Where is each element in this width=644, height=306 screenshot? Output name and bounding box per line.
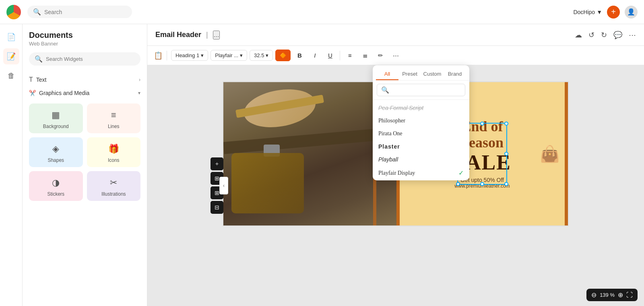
clipboard-icon: 📋 xyxy=(154,51,163,60)
nav-right: DocHipo ▼ + 👤 xyxy=(573,6,638,19)
lines-label: Lines xyxy=(108,124,120,129)
illustrations-icon: ✂ xyxy=(110,178,117,188)
sale-website-text: www.premiumleather.com xyxy=(453,183,511,189)
add-new-button[interactable]: + xyxy=(607,6,620,19)
search-input[interactable] xyxy=(44,9,126,15)
crop-button[interactable]: ⊟ xyxy=(211,201,223,214)
text-section-label: Text xyxy=(36,76,47,83)
font-name-philosopher: Philosopher xyxy=(378,118,405,124)
background-widget[interactable]: ▦ Background xyxy=(29,103,83,133)
text-color-button[interactable]: 🔶 xyxy=(275,50,291,61)
zoom-out-button[interactable]: ⊖ xyxy=(591,291,597,299)
font-search-field[interactable] xyxy=(392,87,461,93)
icon-sidebar: 📄 📝 🗑 xyxy=(0,24,23,306)
toolbar-area: 📋 Heading 1 ▾ Playfair ... ▾ 32.5 ▾ 🔶 B xyxy=(147,46,644,65)
font-tab-preset[interactable]: Preset xyxy=(398,68,421,80)
sidebar-item-documents[interactable]: 📄 xyxy=(3,29,19,45)
lines-icon: ≡ xyxy=(111,110,116,120)
app-logo[interactable] xyxy=(6,5,21,19)
widget-grid: ▦ Background ≡ Lines ◈ Shapes 🎁 Icons ◑ … xyxy=(29,103,140,201)
font-dropdown: All Preset Custom Brand 🔍 Pea Formal xyxy=(373,65,469,180)
brand-name: DocHipo xyxy=(573,9,595,15)
lines-widget[interactable]: ≡ Lines xyxy=(87,103,141,133)
brand-dropdown[interactable]: DocHipo ▼ xyxy=(573,9,602,15)
font-tab-custom[interactable]: Custom xyxy=(421,68,444,80)
illustrations-widget[interactable]: ✂ Illustrations xyxy=(87,171,141,201)
widget-search-bar[interactable]: 🔍 xyxy=(29,52,140,66)
graphics-section-label: Graphics and Media xyxy=(39,90,89,96)
toolbar-divider-2 xyxy=(340,51,340,60)
text-section-header[interactable]: T Text › xyxy=(29,73,140,87)
top-nav: 🔍 DocHipo ▼ + 👤 xyxy=(0,0,644,24)
graphics-section-header[interactable]: ✂️ Graphics and Media ▾ xyxy=(29,87,140,99)
font-name-pea: Pea Formal Script xyxy=(378,105,423,111)
underline-button[interactable]: U xyxy=(324,49,336,62)
illustrations-label: Illustrations xyxy=(101,191,126,197)
global-search-bar[interactable]: 🔍 xyxy=(27,6,132,18)
text-section-arrow: › xyxy=(139,77,140,83)
redo-button[interactable]: ↻ xyxy=(601,31,607,39)
widget-panel-subtitle: Web Banner xyxy=(29,41,140,47)
sidebar-item-editor[interactable]: 📝 xyxy=(3,48,19,64)
pen-tool-button[interactable]: ✏ xyxy=(374,49,387,62)
line-spacing-button[interactable]: ≣ xyxy=(359,49,372,62)
text-color-icon: 🔶 xyxy=(280,52,286,58)
widget-panel-title: Documents xyxy=(29,31,140,40)
italic-button[interactable]: I xyxy=(308,49,321,62)
add-element-button[interactable]: ＋ xyxy=(211,157,223,170)
shapes-label: Shapes xyxy=(47,157,64,163)
stickers-label: Stickers xyxy=(47,191,64,197)
background-label: Background xyxy=(43,124,69,129)
font-item-pea[interactable]: Pea Formal Script xyxy=(373,101,469,114)
font-item-plaster[interactable]: Plaster xyxy=(373,140,469,153)
bag-icon: 👜 xyxy=(540,145,560,163)
more-toolbar-button[interactable]: ⋯ xyxy=(389,49,402,62)
save-cloud-button[interactable]: ☁ xyxy=(575,31,582,39)
product-photo-bg xyxy=(223,82,396,225)
font-family-dropdown-button[interactable]: Playfair ... ▾ xyxy=(211,50,247,61)
shapes-widget[interactable]: ◈ Shapes xyxy=(29,137,83,167)
font-name-pirata: Pirata One xyxy=(378,130,402,137)
stickers-widget[interactable]: ◑ Stickers xyxy=(29,171,83,201)
widget-search-input[interactable] xyxy=(46,56,135,62)
font-search-area: 🔍 xyxy=(373,81,469,100)
icons-icon: 🎁 xyxy=(108,144,119,154)
belt-strap xyxy=(223,127,396,154)
bag-shape xyxy=(231,153,304,213)
font-tabs: All Preset Custom Brand xyxy=(373,65,469,81)
icons-widget[interactable]: 🎁 Icons xyxy=(87,137,141,167)
align-button[interactable]: ≡ xyxy=(343,49,356,62)
font-item-philosopher[interactable]: Philosopher xyxy=(373,114,469,127)
fullscreen-button[interactable]: ⛶ xyxy=(626,292,633,299)
font-item-playball[interactable]: Playball xyxy=(373,153,469,166)
heading-label: Heading 1 xyxy=(175,52,199,58)
sidebar-item-trash[interactable]: 🗑 xyxy=(3,68,19,84)
font-size-dropdown-button[interactable]: 32.5 ▾ xyxy=(250,50,273,61)
more-actions-button[interactable]: ⋯ xyxy=(629,31,636,39)
canvas-left-panel xyxy=(223,82,396,225)
toolbar-divider-1 xyxy=(167,51,167,60)
heading-dropdown-button[interactable]: Heading 1 ▾ xyxy=(171,50,208,61)
font-item-playfair[interactable]: Playfair Display ✓ xyxy=(373,166,469,180)
font-tab-all[interactable]: All xyxy=(376,68,398,80)
comment-button[interactable]: 💬 xyxy=(613,31,622,39)
document-icon: 📄 xyxy=(7,33,16,41)
undo-button[interactable]: ↺ xyxy=(588,31,594,39)
font-list: Pea Formal Script Philosopher Pirata One… xyxy=(373,100,469,180)
font-name-playfair: Playfair Display xyxy=(378,170,415,176)
icons-label: Icons xyxy=(108,157,120,163)
collapse-panel-button[interactable]: ‹ xyxy=(219,177,228,194)
font-search-icon: 🔍 xyxy=(381,86,389,94)
toolbar: 📋 Heading 1 ▾ Playfair ... ▾ 32.5 ▾ 🔶 B xyxy=(147,46,644,65)
zoom-in-button[interactable]: ⊕ xyxy=(618,291,623,299)
right-accent-bar xyxy=(565,82,568,225)
graphics-section-icon: ✂️ xyxy=(29,90,36,96)
doc-actions: ☁ ↺ ↻ 💬 ⋯ xyxy=(575,31,636,39)
doc-menu-button[interactable]: ... xyxy=(213,31,220,39)
avatar[interactable]: 👤 xyxy=(625,6,638,19)
zoom-controls: ⊖ 139 % ⊕ ⛶ xyxy=(586,289,638,301)
font-family-label: Playfair ... xyxy=(215,52,238,58)
font-item-pirata[interactable]: Pirata One xyxy=(373,127,469,140)
bold-button[interactable]: B xyxy=(293,49,306,62)
font-tab-brand[interactable]: Brand xyxy=(444,68,466,80)
